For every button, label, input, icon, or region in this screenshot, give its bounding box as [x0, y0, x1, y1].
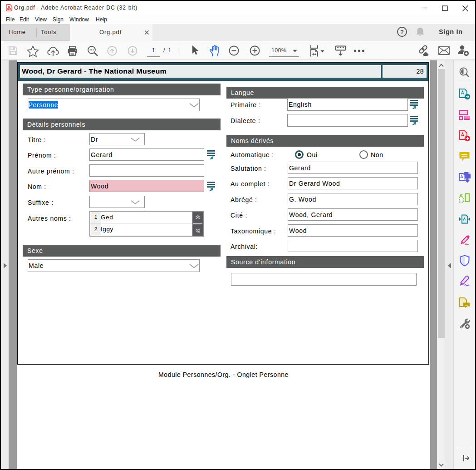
svg-text:?: ?: [400, 29, 404, 35]
